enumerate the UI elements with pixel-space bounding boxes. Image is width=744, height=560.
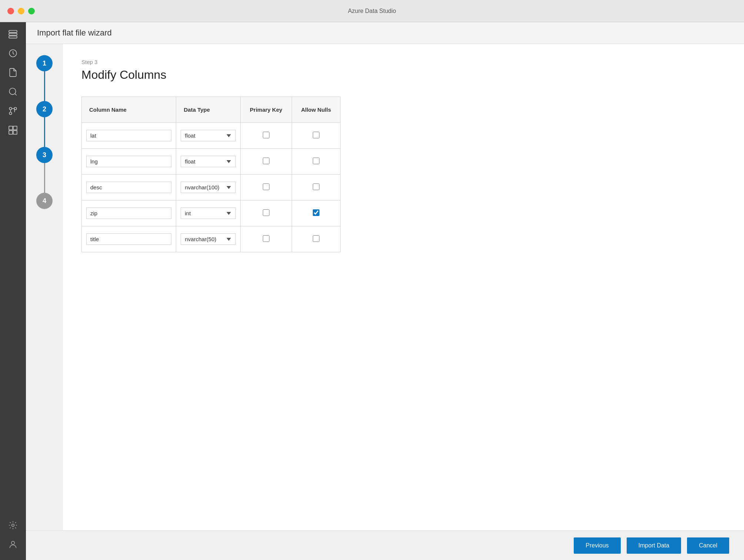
cell-name-0	[82, 123, 176, 149]
cell-type-2: floatintnvarchar(50)nvarchar(100)nvarcha…	[176, 175, 241, 200]
col-header-nulls: Allow Nulls	[292, 97, 340, 123]
cell-pk-4	[241, 226, 292, 252]
cell-pk-0	[241, 123, 292, 149]
cell-name-1	[82, 149, 176, 175]
cell-type-0: floatintnvarchar(50)nvarchar(100)nvarcha…	[176, 123, 241, 149]
table-row: floatintnvarchar(50)nvarchar(100)nvarcha…	[82, 200, 341, 226]
stepper-line-2	[44, 117, 45, 147]
stepper: 1 2 3 4	[26, 44, 63, 530]
stepper-item-4: 4	[36, 193, 53, 209]
nulls-checkbox-2[interactable]	[313, 183, 319, 190]
svg-rect-1	[9, 33, 17, 35]
col-name-input-3[interactable]	[86, 208, 171, 219]
svg-point-4	[9, 88, 16, 94]
svg-point-7	[9, 107, 12, 110]
stepper-circle-4: 4	[36, 193, 53, 209]
stepper-item-2: 2	[36, 101, 53, 147]
cell-pk-1	[241, 149, 292, 175]
stepper-item-3: 3	[36, 147, 53, 193]
svg-rect-2	[9, 36, 17, 38]
stepper-circle-3: 3	[36, 147, 53, 163]
close-button[interactable]	[7, 8, 14, 14]
col-type-select-3[interactable]: floatintnvarchar(50)nvarchar(100)nvarcha…	[181, 208, 236, 219]
col-header-type: Data Type	[176, 97, 241, 123]
col-name-input-0[interactable]	[86, 130, 171, 141]
svg-rect-11	[9, 131, 13, 134]
nulls-checkbox-0[interactable]	[313, 132, 319, 138]
titlebar: Azure Data Studio	[0, 0, 744, 22]
svg-rect-12	[13, 131, 17, 134]
col-name-input-2[interactable]	[86, 182, 171, 193]
sidebar-icon-git[interactable]	[5, 103, 21, 119]
col-header-pk: Primary Key	[241, 97, 292, 123]
cell-nulls-4	[292, 226, 340, 252]
table-row: floatintnvarchar(50)nvarchar(100)nvarcha…	[82, 226, 341, 252]
cell-type-4: floatintnvarchar(50)nvarchar(100)nvarcha…	[176, 226, 241, 252]
col-name-input-4[interactable]	[86, 233, 171, 245]
svg-point-14	[11, 541, 15, 544]
svg-point-13	[12, 524, 14, 527]
stepper-line-3	[44, 163, 45, 193]
cell-name-3	[82, 200, 176, 226]
cell-pk-2	[241, 175, 292, 200]
stepper-circle-1: 1	[36, 55, 53, 71]
sidebar-icon-search[interactable]	[5, 84, 21, 100]
sidebar-icon-server[interactable]	[5, 26, 21, 42]
cell-name-4	[82, 226, 176, 252]
sidebar-icon-account[interactable]	[5, 536, 21, 553]
svg-rect-0	[9, 30, 17, 32]
wizard-header: Import flat file wizard	[26, 22, 744, 44]
sidebar-icon-file[interactable]	[5, 64, 21, 81]
table-row: floatintnvarchar(50)nvarchar(100)nvarcha…	[82, 149, 341, 175]
previous-button[interactable]: Previous	[574, 537, 620, 554]
table-row: floatintnvarchar(50)nvarchar(100)nvarcha…	[82, 175, 341, 200]
cell-nulls-1	[292, 149, 340, 175]
app-title: Azure Data Studio	[348, 8, 396, 14]
cell-type-3: floatintnvarchar(50)nvarchar(100)nvarcha…	[176, 200, 241, 226]
wizard-header-title: Import flat file wizard	[37, 28, 112, 37]
wizard-panel: Step 3 Modify Columns Column Name Data T…	[63, 44, 744, 530]
svg-rect-10	[13, 126, 17, 130]
nulls-checkbox-1[interactable]	[313, 158, 319, 164]
pk-checkbox-1[interactable]	[263, 158, 269, 164]
pk-checkbox-0[interactable]	[263, 132, 269, 138]
col-type-select-2[interactable]: floatintnvarchar(50)nvarchar(100)nvarcha…	[181, 182, 236, 193]
maximize-button[interactable]	[28, 8, 35, 14]
nulls-checkbox-3[interactable]	[313, 209, 319, 216]
activity-bar	[0, 22, 26, 560]
svg-rect-9	[9, 126, 13, 130]
col-name-input-1[interactable]	[86, 156, 171, 167]
minimize-button[interactable]	[18, 8, 24, 14]
cell-nulls-2	[292, 175, 340, 200]
step-label: Step 3	[81, 59, 725, 65]
col-type-select-1[interactable]: floatintnvarchar(50)nvarchar(100)nvarcha…	[181, 156, 236, 167]
cell-nulls-0	[292, 123, 340, 149]
import-data-button[interactable]: Import Data	[627, 537, 681, 554]
step-title: Modify Columns	[81, 68, 725, 82]
window-controls	[7, 8, 35, 14]
cell-pk-3	[241, 200, 292, 226]
cell-nulls-3	[292, 200, 340, 226]
pk-checkbox-2[interactable]	[263, 183, 269, 190]
col-header-name: Column Name	[82, 97, 176, 123]
cell-type-1: floatintnvarchar(50)nvarchar(100)nvarcha…	[176, 149, 241, 175]
stepper-line-1	[44, 71, 45, 101]
col-type-select-0[interactable]: floatintnvarchar(50)nvarchar(100)nvarcha…	[181, 130, 236, 141]
table-row: floatintnvarchar(50)nvarchar(100)nvarcha…	[82, 123, 341, 149]
pk-checkbox-3[interactable]	[263, 209, 269, 216]
wizard-footer: Previous Import Data Cancel	[26, 530, 744, 560]
sidebar-icon-history[interactable]	[5, 45, 21, 61]
sidebar-icon-extensions[interactable]	[5, 122, 21, 138]
svg-point-6	[9, 112, 12, 115]
cell-name-2	[82, 175, 176, 200]
nulls-checkbox-4[interactable]	[313, 235, 319, 242]
stepper-item-1: 1	[36, 55, 53, 101]
columns-table: Column Name Data Type Primary Key Allow …	[81, 97, 341, 252]
col-type-select-4[interactable]: floatintnvarchar(50)nvarchar(100)nvarcha…	[181, 233, 236, 245]
svg-line-5	[15, 94, 17, 95]
stepper-circle-2: 2	[36, 101, 53, 117]
sidebar-icon-settings[interactable]	[5, 517, 21, 533]
pk-checkbox-4[interactable]	[263, 235, 269, 242]
cancel-button[interactable]: Cancel	[687, 537, 729, 554]
